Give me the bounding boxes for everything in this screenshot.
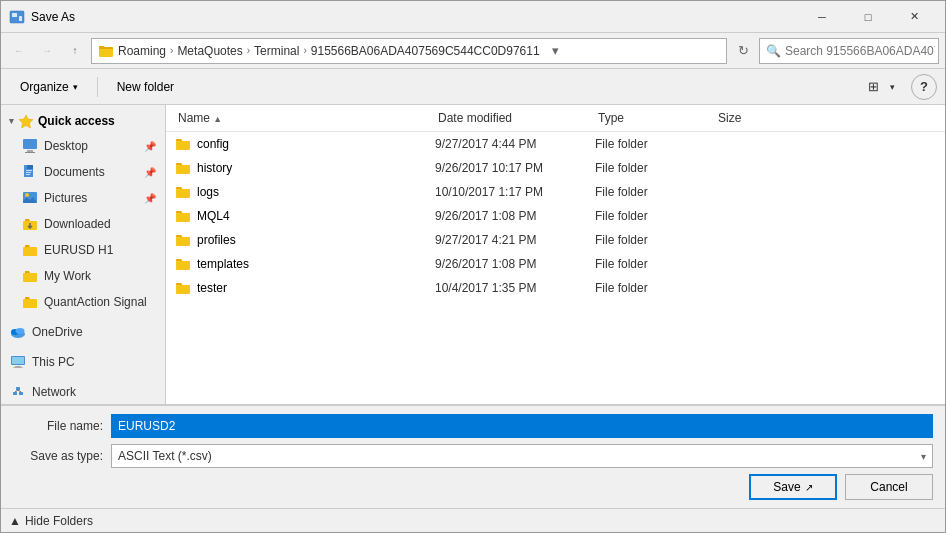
svg-rect-5 [23, 139, 37, 149]
organize-dropdown-icon: ▾ [73, 82, 78, 92]
address-path[interactable]: Roaming › MetaQuotes › Terminal › 915566… [91, 38, 727, 64]
breadcrumb-roaming[interactable]: Roaming [118, 44, 166, 58]
sidebar-item-downloaded[interactable]: Downloaded [1, 211, 165, 237]
folder-icon [175, 136, 191, 152]
address-dropdown-button[interactable]: ▾ [544, 38, 568, 64]
table-row[interactable]: logs 10/10/2017 1:17 PM File folder [166, 180, 945, 204]
hide-folders-button[interactable]: ▲ Hide Folders [9, 514, 93, 528]
refresh-button[interactable]: ↻ [731, 38, 755, 64]
table-row[interactable]: history 9/26/2017 10:17 PM File folder [166, 156, 945, 180]
svg-marker-4 [19, 115, 33, 128]
close-button[interactable]: ✕ [891, 1, 937, 33]
window-controls: ─ □ ✕ [799, 1, 937, 33]
file-date: 9/27/2017 4:44 PM [435, 137, 595, 151]
help-button[interactable]: ? [911, 74, 937, 100]
view-dropdown-icon: ▾ [890, 82, 895, 92]
svg-rect-36 [176, 237, 190, 246]
sidebar-item-documents[interactable]: Documents 📌 [1, 159, 165, 185]
quick-access-header[interactable]: ▾ Quick access [1, 109, 165, 133]
sidebar-item-eurusd[interactable]: EURUSD H1 [1, 237, 165, 263]
sidebar-item-pictures[interactable]: Pictures 📌 [1, 185, 165, 211]
filename-input[interactable] [111, 414, 933, 438]
table-row[interactable]: profiles 9/27/2017 4:21 PM File folder [166, 228, 945, 252]
sidebar-item-quantaction[interactable]: QuantAction Signal [1, 289, 165, 315]
desktop-icon [22, 138, 38, 154]
toolbar-separator [97, 77, 98, 97]
search-input[interactable] [785, 44, 935, 58]
new-folder-label: New folder [117, 80, 174, 94]
cancel-button[interactable]: Cancel [845, 474, 933, 500]
file-type: File folder [595, 233, 715, 247]
svg-rect-2 [19, 16, 22, 21]
svg-line-31 [18, 390, 21, 392]
up-button[interactable]: ↑ [63, 39, 87, 63]
svg-rect-28 [19, 392, 23, 395]
help-icon: ? [920, 79, 928, 94]
downloaded-label: Downloaded [44, 217, 111, 231]
sidebar-item-mywork[interactable]: My Work [1, 263, 165, 289]
cancel-label: Cancel [870, 480, 907, 494]
back-button[interactable]: ← [7, 39, 31, 63]
table-row[interactable]: templates 9/26/2017 1:08 PM File folder [166, 252, 945, 276]
col-header-size[interactable]: Size [714, 109, 794, 127]
sidebar-item-thispc[interactable]: This PC [1, 349, 165, 375]
svg-rect-26 [13, 368, 23, 369]
table-row[interactable]: MQL4 9/26/2017 1:08 PM File folder [166, 204, 945, 228]
svg-rect-11 [26, 172, 31, 173]
quick-access-icon [18, 113, 34, 129]
svg-rect-9 [27, 165, 33, 169]
breadcrumb-metaquotes[interactable]: MetaQuotes [177, 44, 242, 58]
sidebar-item-network[interactable]: Network [1, 379, 165, 404]
hide-folders-bar: ▲ Hide Folders [1, 508, 945, 532]
view-icon: ⊞ [868, 79, 879, 94]
svg-rect-6 [27, 150, 33, 152]
organize-label: Organize [20, 80, 69, 94]
col-header-type[interactable]: Type [594, 109, 714, 127]
table-row[interactable]: config 9/27/2017 4:44 PM File folder [166, 132, 945, 156]
mywork-label: My Work [44, 269, 91, 283]
maximize-button[interactable]: □ [845, 1, 891, 33]
svg-rect-27 [13, 392, 17, 395]
svg-rect-18 [23, 273, 37, 282]
dropdown-icon: ▾ [552, 43, 559, 58]
file-name: templates [197, 257, 249, 271]
folder-icon [175, 232, 191, 248]
cursor-indicator: ↗ [805, 482, 813, 493]
svg-rect-17 [23, 247, 37, 256]
svg-rect-19 [23, 299, 37, 308]
col-header-date[interactable]: Date modified [434, 109, 594, 127]
col-header-name[interactable]: Name ▲ [174, 109, 434, 127]
file-date: 10/4/2017 1:35 PM [435, 281, 595, 295]
refresh-icon: ↻ [738, 43, 749, 58]
pin-icon-desktop: 📌 [144, 141, 156, 152]
onedrive-icon [10, 324, 26, 340]
forward-button[interactable]: → [35, 39, 59, 63]
search-box[interactable]: 🔍 [759, 38, 939, 64]
svg-rect-1 [12, 13, 17, 17]
column-headers: Name ▲ Date modified Type Size [166, 105, 945, 132]
file-type: File folder [595, 281, 715, 295]
svg-rect-37 [176, 261, 190, 270]
hide-folders-label: Hide Folders [25, 514, 93, 528]
quick-access-section: ▾ Quick access Desktop 📌 [1, 109, 165, 315]
save-as-dialog: Save As ─ □ ✕ ← → ↑ Roaming › MetaQuotes… [0, 0, 946, 533]
table-row[interactable]: tester 10/4/2017 1:35 PM File folder [166, 276, 945, 300]
organize-button[interactable]: Organize ▾ [9, 74, 89, 100]
file-name: MQL4 [197, 209, 230, 223]
save-button[interactable]: Save ↗ [749, 474, 837, 500]
minimize-button[interactable]: ─ [799, 1, 845, 33]
downloaded-icon [22, 216, 38, 232]
pin-icon-pictures: 📌 [144, 193, 156, 204]
breadcrumb-hash[interactable]: 915566BA06ADA407569C544CC0D97611 [311, 44, 540, 58]
pictures-label: Pictures [44, 191, 87, 205]
title-bar: Save As ─ □ ✕ [1, 1, 945, 33]
forward-icon: → [42, 45, 52, 56]
file-type: File folder [595, 209, 715, 223]
breadcrumb-terminal[interactable]: Terminal [254, 44, 299, 58]
saveastype-select[interactable]: ASCII Text (*.csv) ▾ [111, 444, 933, 468]
view-button[interactable]: ⊞ [860, 74, 886, 100]
sidebar-item-onedrive[interactable]: OneDrive [1, 319, 165, 345]
documents-icon [22, 164, 38, 180]
sidebar-item-desktop[interactable]: Desktop 📌 [1, 133, 165, 159]
new-folder-button[interactable]: New folder [106, 74, 185, 100]
